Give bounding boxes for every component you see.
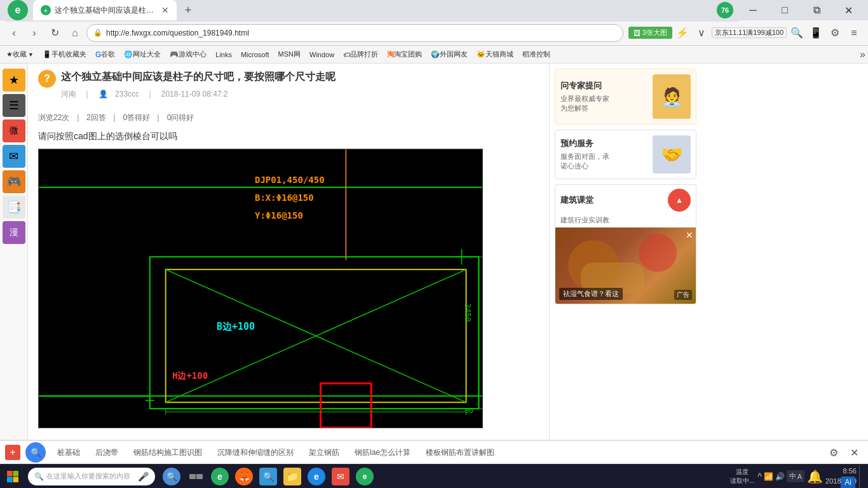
course-card[interactable]: 建筑课堂 ▲ 建筑行业实训教 祛湿气食谱？看这 广告 ✕	[555, 184, 696, 304]
address-bar[interactable]: 🔒 http://e.fwxgx.com/question_1981949.ht…	[86, 24, 623, 42]
taskbar-app-mail[interactable]: ✉	[329, 465, 352, 488]
search-button[interactable]: 🔍	[788, 24, 806, 42]
bookmark-games[interactable]: 🎮 游戏中心	[166, 48, 210, 60]
tray-network-icon[interactable]: 📶	[764, 472, 773, 481]
bookmark-microsoft[interactable]: Microsoft	[237, 50, 273, 60]
left-sidebar: ★ ☰ 微 ✉ 🎮 📑 漫	[0, 64, 28, 440]
score-badge: 76	[717, 2, 733, 18]
jingdong-banner[interactable]: 京东11.11满199减100	[712, 27, 787, 38]
tray-volume-icon[interactable]: 🔊	[775, 472, 785, 481]
meta-separator2: ｜	[146, 90, 154, 98]
settings-button[interactable]: ⚙	[826, 24, 844, 42]
refresh-button[interactable]: ↻	[46, 24, 64, 42]
taskbar-app-ie[interactable]: e	[305, 465, 328, 488]
taskbar-app-search[interactable]: 🔍	[160, 465, 183, 488]
url-text[interactable]: http://e.fwxgx.com/question_1981949.html	[106, 29, 249, 37]
taskbar-app-folder[interactable]: 📁	[281, 465, 304, 488]
games-icon: 🎮	[170, 50, 179, 58]
bookmark-mobile[interactable]: 📱 手机收藏夹	[39, 48, 90, 60]
bottom-tab-postcasting[interactable]: 后浇带	[89, 445, 125, 461]
lang-icon: 中	[789, 471, 796, 481]
big-image-button[interactable]: 🖼 3张大图	[628, 27, 672, 39]
sidebar-icon-bookmark[interactable]: 📑	[3, 196, 25, 219]
input-method-indicator[interactable]: 中 A	[787, 470, 804, 482]
maximize-button[interactable]: □	[770, 0, 799, 20]
bookmark-collect[interactable]: ★ 收藏 ▼	[3, 48, 37, 60]
bottom-tab-lae[interactable]: 钢筋lae怎么计算	[348, 445, 417, 461]
bookmark-sites[interactable]: 🌐 网址大全	[120, 48, 165, 60]
bottom-tab-joint[interactable]: 沉降缝和伸缩缝的区别	[211, 445, 300, 461]
mobile-button[interactable]: 📱	[807, 24, 825, 42]
cad-dimension-2450: 2450	[464, 304, 473, 322]
taskbar-mic-icon[interactable]: 🎤	[138, 471, 149, 482]
windows-logo-icon	[6, 470, 19, 483]
show-desktop-button[interactable]	[859, 465, 863, 488]
good-stat: 0答得好	[123, 113, 150, 122]
bookmark-tmall[interactable]: 🐱 天猫商城	[473, 48, 517, 60]
taskbar-app-taskview[interactable]	[184, 465, 207, 488]
bookmark-google[interactable]: G 谷歌	[92, 48, 119, 60]
bookmarks-more[interactable]: »	[860, 49, 865, 60]
bookmark-window[interactable]: Window	[306, 50, 338, 60]
bottom-tab-floor[interactable]: 楼板钢筋布置讲解图	[419, 445, 501, 461]
service-card[interactable]: 预约服务 服务面对面，承 诺心连心 🤝	[555, 130, 696, 179]
taskbar-app-browser1[interactable]: e	[208, 465, 231, 488]
forward-button[interactable]: ›	[25, 24, 43, 42]
back-button[interactable]: ‹	[5, 24, 23, 42]
bookmark-msn[interactable]: MSN网	[275, 48, 304, 60]
bookmark-links[interactable]: Links	[212, 50, 236, 60]
ai-notification[interactable]: Ai	[841, 477, 855, 488]
active-tab[interactable]: e 这个独立基础中间应该是柱子的... ✕	[33, 0, 177, 20]
close-button[interactable]: ✕	[834, 0, 863, 20]
sidebar-icon-star[interactable]: ★	[3, 69, 25, 92]
cad-image: DJP01,450/450 B:X:Φ16@150 Y:Φ16@150 B边+1…	[38, 149, 483, 428]
bottom-tab-rebar[interactable]: 架立钢筋	[302, 445, 346, 461]
question-meta: 河南 ｜ 👤 233ccc ｜ 2018-11-09 08:47:2	[61, 89, 336, 100]
lock-icon: 🔒	[93, 29, 102, 37]
advisor-image: 🧑‍💼	[653, 74, 691, 119]
notification-area[interactable]: 🔔	[807, 469, 823, 484]
taskbar-app-browser2[interactable]: e	[353, 465, 376, 488]
taskbar-app-firefox[interactable]: 🦊	[233, 465, 255, 488]
tab-close-button[interactable]: ✕	[161, 5, 169, 15]
service-sub2: 诺心连心	[560, 161, 648, 171]
course-close-button[interactable]: ✕	[686, 230, 693, 240]
bottom-tab-pile[interactable]: 桩基础	[51, 445, 86, 461]
restore-button[interactable]: ⧉	[802, 0, 831, 20]
tmall-icon: 🐱	[477, 50, 485, 58]
user-icon: 👤	[98, 90, 108, 98]
lightning-button[interactable]: ⚡	[674, 24, 691, 42]
sidebar-icon-list[interactable]: ☰	[3, 94, 25, 117]
svg-rect-24	[13, 477, 19, 482]
taskbar-search[interactable]: 🔍 在这里输入你要搜索的内容 🎤	[28, 468, 155, 485]
course-sub: 建筑行业实训教	[555, 215, 696, 227]
sidebar-icon-weibo[interactable]: 微	[3, 119, 25, 142]
minimize-button[interactable]: ─	[738, 0, 768, 20]
menu-button[interactable]: ≡	[845, 24, 863, 42]
location-badge: 河南	[61, 90, 76, 98]
ask-expert-banner[interactable]: 问专家提问 业界最权威专家 为您解答 🧑‍💼	[555, 69, 696, 125]
nav-dropdown-button[interactable]: ∨	[693, 24, 710, 42]
bottom-tab-structure[interactable]: 钢筋结构施工图识图	[127, 445, 208, 461]
bookmark-taobao[interactable]: 淘 淘宝团购	[383, 48, 426, 60]
search-icon-bottom[interactable]: 🔍	[25, 442, 46, 463]
taskbar-app-search2[interactable]: 🔍	[257, 465, 280, 488]
tabs-settings-button[interactable]: ⚙	[825, 444, 843, 461]
new-tab-button[interactable]: +	[179, 1, 197, 19]
bookmark-brand[interactable]: 🏷 品牌打折	[339, 48, 382, 60]
bookmark-control[interactable]: 稻准控制	[519, 48, 554, 60]
sidebar-icon-mail[interactable]: ✉	[3, 145, 25, 168]
tabs-close-button[interactable]: ✕	[845, 444, 863, 461]
add-tab-button[interactable]: +	[5, 445, 20, 460]
helpful-stat: 0问得好	[167, 113, 194, 122]
start-button[interactable]	[0, 464, 25, 489]
sidebar-icon-game[interactable]: 🎮	[3, 170, 25, 193]
sidebar-icon-comic[interactable]: 漫	[3, 221, 25, 244]
course-title: 建筑课堂	[560, 194, 593, 206]
tray-icon-up[interactable]: ^	[757, 471, 762, 482]
bookmark-foreign[interactable]: 🌍 外国网友	[427, 48, 471, 60]
weather-widget[interactable]: 温度 读取中...	[729, 468, 755, 485]
foreign-icon: 🌍	[431, 50, 440, 58]
question-title: 这个独立基础中间应该是柱子的尺寸吧，要按照哪个尺寸走呢	[61, 70, 336, 84]
home-button[interactable]: ⌂	[66, 24, 84, 42]
